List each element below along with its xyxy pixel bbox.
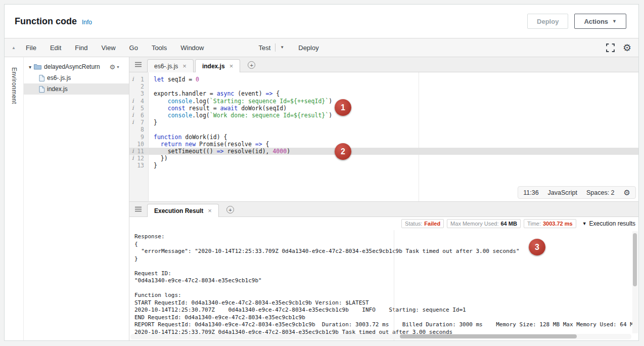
info-link[interactable]: Info: [82, 19, 92, 26]
gutter-cell[interactable]: 2: [129, 83, 149, 90]
gutter-cell[interactable]: 10: [129, 141, 149, 148]
info-marker-icon: i: [132, 98, 134, 105]
code-line-7[interactable]: i7}: [129, 119, 638, 126]
horizontal-scrollbar-thumb[interactable]: [400, 334, 577, 338]
gutter-cell[interactable]: 8: [129, 126, 149, 133]
menu-separator: [275, 44, 275, 52]
exec-tabbar: Execution Result × +: [129, 202, 638, 217]
code-line-9[interactable]: 9function doWork(id) {: [129, 134, 638, 141]
execution-output-console: Response: { "errorMessage": "2020-10-14T…: [129, 230, 638, 340]
tab-index-js[interactable]: index.js ×: [195, 59, 240, 72]
folder-expanded-icon[interactable]: ▾: [29, 64, 31, 70]
gutter-cell[interactable]: i7: [129, 119, 149, 126]
environment-strip[interactable]: Environment: [5, 57, 24, 340]
file-name: es6-.js.js: [47, 74, 71, 81]
code-text: let seqId = 0: [149, 76, 199, 83]
tree-folder-row[interactable]: ▾ delayedAsyncReturn ⚙▼: [24, 61, 129, 72]
annotation-callout-3: 3: [529, 239, 545, 255]
code-line-13[interactable]: 13}: [129, 162, 638, 169]
gutter-cell[interactable]: i5: [129, 105, 149, 112]
test-dropdown-caret-icon[interactable]: ▼: [280, 46, 284, 50]
menu-tools[interactable]: Tools: [152, 44, 167, 52]
folder-name: delayedAsyncReturn: [44, 63, 100, 70]
info-marker-icon: i: [132, 148, 134, 155]
fullscreen-icon[interactable]: [606, 44, 615, 52]
tab-es6-js[interactable]: es6-.js.js ×: [147, 59, 194, 72]
js-file-icon: [39, 86, 44, 93]
gutter-cell[interactable]: i6: [129, 112, 149, 119]
code-text: }: [149, 119, 157, 126]
code-line-2[interactable]: 2: [129, 83, 638, 90]
code-line-6[interactable]: i6 console.log(`Work done: sequence Id=$…: [129, 112, 638, 119]
tab-list-icon[interactable]: [134, 206, 142, 212]
tab-label: index.js: [202, 63, 225, 70]
editor-menubar: ▲ FileEditFindViewGoToolsWindow Test ▼ D…: [5, 38, 638, 57]
code-text: console.log(`Work done: sequence Id=${re…: [149, 112, 332, 119]
code-text: return new Promise(resolve => {: [149, 141, 269, 148]
deploy-button[interactable]: Deploy: [527, 14, 568, 29]
tab-list-icon[interactable]: [134, 61, 142, 68]
close-tab-icon[interactable]: ×: [229, 62, 234, 70]
menu-test[interactable]: Test: [258, 44, 270, 52]
code-line-3[interactable]: 3exports.handler = async (event) => {: [129, 90, 638, 97]
new-tab-icon[interactable]: +: [248, 61, 255, 69]
ide-settings-gear-icon[interactable]: ⚙: [623, 43, 631, 53]
lambda-function-code-screen: Function code Info Deploy Actions ▼ ▲ Fi…: [0, 0, 644, 346]
gutter-cell[interactable]: 9: [129, 134, 149, 141]
gutter-cell[interactable]: i12: [129, 155, 149, 162]
language-mode[interactable]: JavaScript: [548, 189, 577, 196]
gutter-cell[interactable]: i4: [129, 98, 149, 105]
gutter-cell[interactable]: i11: [129, 148, 149, 155]
code-line-4[interactable]: i4 console.log(`Starting: sequence Id=${…: [129, 98, 638, 105]
code-line-1[interactable]: i1let seqId = 0: [129, 76, 638, 83]
editor-tabbar: es6-.js.js × index.js × +: [129, 57, 638, 72]
execution-results-toggle[interactable]: ▼ Execution results: [582, 220, 635, 227]
code-line-10[interactable]: 10 return new Promise(resolve => {: [129, 141, 638, 148]
gutter-cell[interactable]: 3: [129, 90, 149, 97]
menu-window[interactable]: Window: [180, 44, 204, 52]
code-line-11[interactable]: i11 setTimeout(() => resolve(id), 4000): [129, 148, 638, 155]
menu-deploy[interactable]: Deploy: [298, 44, 318, 52]
actions-button[interactable]: Actions ▼: [574, 14, 626, 29]
editor-settings-gear-icon[interactable]: ⚙: [624, 189, 630, 196]
caret-down-icon: ▼: [612, 19, 617, 24]
function-code-card: Function code Info Deploy Actions ▼ ▲ Fi…: [4, 4, 639, 341]
vertical-scrollbar-thumb[interactable]: [633, 233, 637, 286]
tree-settings-gear-icon[interactable]: ⚙▼: [109, 64, 120, 70]
gutter-cell[interactable]: i1: [129, 76, 149, 83]
menu-go[interactable]: Go: [129, 44, 138, 52]
tab-execution-result[interactable]: Execution Result ×: [147, 204, 219, 217]
menu-view[interactable]: View: [102, 44, 116, 52]
annotation-callout-1: 1: [335, 99, 351, 116]
code-lines: i1let seqId = 023exports.handler = async…: [129, 72, 638, 169]
menu-edit[interactable]: Edit: [50, 44, 61, 52]
code-line-8[interactable]: 8: [129, 126, 638, 133]
code-text: [149, 83, 154, 90]
code-text: function doWork(id) {: [149, 134, 227, 141]
code-line-5[interactable]: i5 const result = await doWork(seqId): [129, 105, 638, 112]
menu-file[interactable]: File: [26, 44, 36, 52]
max-memory-badge: Max Memory Used: 64 MB: [447, 219, 521, 228]
tree-file-index[interactable]: index.js: [24, 83, 129, 95]
gutter-cell[interactable]: 13: [129, 162, 149, 169]
environment-label: Environment: [11, 67, 18, 340]
caret-down-icon: ▼: [582, 222, 587, 226]
close-tab-icon[interactable]: ×: [182, 62, 187, 70]
cursor-position[interactable]: 11:36: [523, 189, 538, 196]
code-line-12[interactable]: i12 }): [129, 155, 638, 162]
menu-find[interactable]: Find: [75, 44, 87, 52]
print-margin: [394, 230, 394, 340]
close-tab-icon[interactable]: ×: [208, 207, 212, 214]
folder-icon: [34, 64, 41, 70]
status-badge: Status: Failed: [401, 219, 444, 228]
code-text: }): [149, 155, 168, 162]
page-title: Function code: [15, 16, 77, 27]
tree-file-es6[interactable]: es6-.js.js: [24, 72, 129, 83]
collapse-panel-icon[interactable]: ▲: [12, 46, 16, 50]
ide-area: Environment ▾ delayedAsyncReturn ⚙▼: [5, 57, 638, 340]
code-editor[interactable]: i1let seqId = 023exports.handler = async…: [129, 72, 638, 201]
indentation-setting[interactable]: Spaces: 2: [586, 189, 615, 196]
new-tab-icon[interactable]: +: [226, 206, 234, 213]
code-text: }: [149, 162, 157, 169]
info-marker-icon: i: [132, 119, 134, 126]
